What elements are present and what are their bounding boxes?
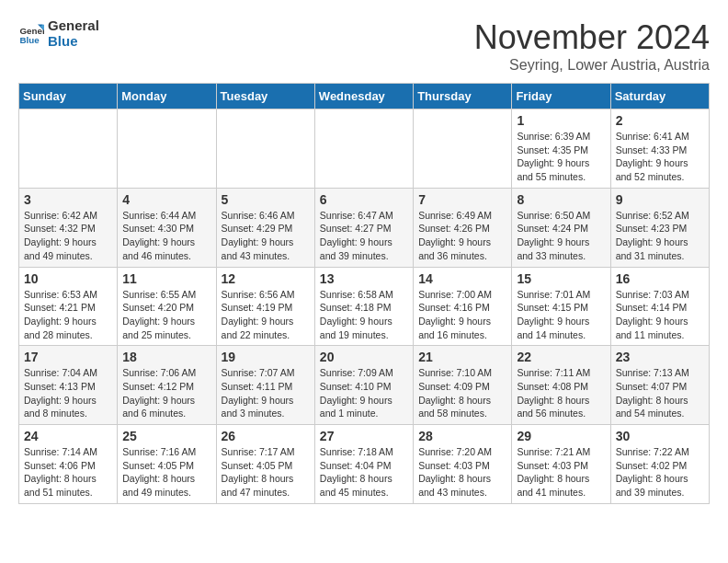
calendar-cell: 1Sunrise: 6:39 AM Sunset: 4:35 PM Daylig… <box>512 109 610 189</box>
page-header: General Blue General Blue November 2024 … <box>18 18 710 74</box>
calendar-cell: 14Sunrise: 7:00 AM Sunset: 4:16 PM Dayli… <box>414 267 512 346</box>
calendar-cell: 26Sunrise: 7:17 AM Sunset: 4:05 PM Dayli… <box>216 425 314 504</box>
calendar-cell: 28Sunrise: 7:20 AM Sunset: 4:03 PM Dayli… <box>414 425 512 504</box>
day-info: Sunrise: 7:13 AM Sunset: 4:07 PM Dayligh… <box>616 366 704 420</box>
calendar-cell: 15Sunrise: 7:01 AM Sunset: 4:15 PM Dayli… <box>512 267 610 346</box>
day-number: 10 <box>24 271 112 286</box>
calendar-body: 1Sunrise: 6:39 AM Sunset: 4:35 PM Daylig… <box>19 109 710 504</box>
calendar-cell: 18Sunrise: 7:06 AM Sunset: 4:12 PM Dayli… <box>118 346 216 425</box>
header-friday: Friday <box>512 84 610 109</box>
day-number: 11 <box>122 271 210 286</box>
day-info: Sunrise: 7:07 AM Sunset: 4:11 PM Dayligh… <box>222 366 310 420</box>
header-thursday: Thursday <box>414 84 512 109</box>
header-monday: Monday <box>118 84 216 109</box>
day-info: Sunrise: 6:42 AM Sunset: 4:32 PM Dayligh… <box>24 209 112 263</box>
day-info: Sunrise: 6:58 AM Sunset: 4:18 PM Dayligh… <box>320 288 408 342</box>
calendar-cell <box>19 109 118 189</box>
day-number: 16 <box>616 271 704 286</box>
calendar-cell <box>314 109 413 189</box>
calendar-cell: 2Sunrise: 6:41 AM Sunset: 4:33 PM Daylig… <box>610 109 709 189</box>
day-info: Sunrise: 7:04 AM Sunset: 4:13 PM Dayligh… <box>24 366 112 420</box>
day-number: 14 <box>418 271 506 286</box>
day-info: Sunrise: 7:21 AM Sunset: 4:03 PM Dayligh… <box>517 445 605 500</box>
month-title: November 2024 <box>474 18 710 57</box>
day-info: Sunrise: 6:41 AM Sunset: 4:33 PM Dayligh… <box>616 130 704 184</box>
day-number: 26 <box>222 429 310 443</box>
calendar-cell: 22Sunrise: 7:11 AM Sunset: 4:08 PM Dayli… <box>512 346 610 425</box>
day-info: Sunrise: 6:55 AM Sunset: 4:20 PM Dayligh… <box>122 288 210 342</box>
calendar-cell: 16Sunrise: 7:03 AM Sunset: 4:14 PM Dayli… <box>610 267 709 346</box>
title-section: November 2024 Seyring, Lower Austria, Au… <box>474 18 710 74</box>
day-info: Sunrise: 7:00 AM Sunset: 4:16 PM Dayligh… <box>418 288 506 342</box>
day-info: Sunrise: 7:16 AM Sunset: 4:05 PM Dayligh… <box>122 445 210 500</box>
calendar-cell: 17Sunrise: 7:04 AM Sunset: 4:13 PM Dayli… <box>19 346 118 425</box>
logo: General Blue General Blue <box>18 18 99 49</box>
day-number: 25 <box>122 429 210 443</box>
day-info: Sunrise: 6:47 AM Sunset: 4:27 PM Dayligh… <box>320 209 408 263</box>
day-number: 21 <box>418 350 506 364</box>
day-info: Sunrise: 7:09 AM Sunset: 4:10 PM Dayligh… <box>320 366 408 420</box>
day-number: 13 <box>320 271 408 286</box>
calendar-cell <box>414 109 512 189</box>
day-info: Sunrise: 6:44 AM Sunset: 4:30 PM Dayligh… <box>122 209 210 263</box>
day-number: 23 <box>616 350 704 364</box>
calendar-cell: 8Sunrise: 6:50 AM Sunset: 4:24 PM Daylig… <box>512 188 610 267</box>
calendar-cell: 29Sunrise: 7:21 AM Sunset: 4:03 PM Dayli… <box>512 425 610 504</box>
calendar-cell: 11Sunrise: 6:55 AM Sunset: 4:20 PM Dayli… <box>118 267 216 346</box>
calendar-cell: 21Sunrise: 7:10 AM Sunset: 4:09 PM Dayli… <box>414 346 512 425</box>
day-number: 3 <box>24 192 112 207</box>
day-info: Sunrise: 6:56 AM Sunset: 4:19 PM Dayligh… <box>222 288 310 342</box>
calendar-cell: 9Sunrise: 6:52 AM Sunset: 4:23 PM Daylig… <box>610 188 709 267</box>
day-number: 2 <box>616 113 704 128</box>
calendar-cell: 25Sunrise: 7:16 AM Sunset: 4:05 PM Dayli… <box>118 425 216 504</box>
day-info: Sunrise: 6:46 AM Sunset: 4:29 PM Dayligh… <box>222 209 310 263</box>
week-row-2: 3Sunrise: 6:42 AM Sunset: 4:32 PM Daylig… <box>19 188 710 267</box>
calendar-cell: 10Sunrise: 6:53 AM Sunset: 4:21 PM Dayli… <box>19 267 118 346</box>
day-number: 30 <box>616 429 704 443</box>
day-number: 28 <box>418 429 506 443</box>
day-info: Sunrise: 7:10 AM Sunset: 4:09 PM Dayligh… <box>418 366 506 420</box>
svg-text:Blue: Blue <box>19 34 40 44</box>
header-saturday: Saturday <box>610 84 709 109</box>
week-row-5: 24Sunrise: 7:14 AM Sunset: 4:06 PM Dayli… <box>19 425 710 504</box>
day-number: 6 <box>320 192 408 207</box>
day-number: 22 <box>517 350 605 364</box>
calendar-cell: 20Sunrise: 7:09 AM Sunset: 4:10 PM Dayli… <box>314 346 413 425</box>
day-number: 1 <box>517 113 605 128</box>
day-info: Sunrise: 6:50 AM Sunset: 4:24 PM Dayligh… <box>517 209 605 263</box>
calendar-cell: 5Sunrise: 6:46 AM Sunset: 4:29 PM Daylig… <box>216 188 314 267</box>
logo-icon: General Blue <box>18 21 44 47</box>
location-subtitle: Seyring, Lower Austria, Austria <box>474 57 710 74</box>
calendar-cell <box>216 109 314 189</box>
calendar-cell: 6Sunrise: 6:47 AM Sunset: 4:27 PM Daylig… <box>314 188 413 267</box>
header-wednesday: Wednesday <box>314 84 413 109</box>
calendar-cell: 24Sunrise: 7:14 AM Sunset: 4:06 PM Dayli… <box>19 425 118 504</box>
day-info: Sunrise: 6:52 AM Sunset: 4:23 PM Dayligh… <box>616 209 704 263</box>
day-info: Sunrise: 7:17 AM Sunset: 4:05 PM Dayligh… <box>222 445 310 500</box>
calendar-table: SundayMondayTuesdayWednesdayThursdayFrid… <box>18 83 710 504</box>
day-number: 17 <box>24 350 112 364</box>
day-number: 12 <box>222 271 310 286</box>
calendar-cell <box>118 109 216 189</box>
day-number: 19 <box>222 350 310 364</box>
day-info: Sunrise: 7:06 AM Sunset: 4:12 PM Dayligh… <box>122 366 210 420</box>
calendar-cell: 13Sunrise: 6:58 AM Sunset: 4:18 PM Dayli… <box>314 267 413 346</box>
logo-general: General <box>48 18 99 34</box>
day-info: Sunrise: 7:18 AM Sunset: 4:04 PM Dayligh… <box>320 445 408 500</box>
calendar-cell: 19Sunrise: 7:07 AM Sunset: 4:11 PM Dayli… <box>216 346 314 425</box>
day-info: Sunrise: 6:49 AM Sunset: 4:26 PM Dayligh… <box>418 209 506 263</box>
day-number: 24 <box>24 429 112 443</box>
day-number: 7 <box>418 192 506 207</box>
header-row: SundayMondayTuesdayWednesdayThursdayFrid… <box>19 84 710 109</box>
day-info: Sunrise: 6:53 AM Sunset: 4:21 PM Dayligh… <box>24 288 112 342</box>
calendar-cell: 27Sunrise: 7:18 AM Sunset: 4:04 PM Dayli… <box>314 425 413 504</box>
week-row-1: 1Sunrise: 6:39 AM Sunset: 4:35 PM Daylig… <box>19 109 710 189</box>
calendar-cell: 7Sunrise: 6:49 AM Sunset: 4:26 PM Daylig… <box>414 188 512 267</box>
logo-blue: Blue <box>48 34 99 50</box>
day-number: 18 <box>122 350 210 364</box>
calendar-cell: 12Sunrise: 6:56 AM Sunset: 4:19 PM Dayli… <box>216 267 314 346</box>
day-info: Sunrise: 7:20 AM Sunset: 4:03 PM Dayligh… <box>418 445 506 500</box>
calendar-cell: 3Sunrise: 6:42 AM Sunset: 4:32 PM Daylig… <box>19 188 118 267</box>
day-info: Sunrise: 7:01 AM Sunset: 4:15 PM Dayligh… <box>517 288 605 342</box>
header-tuesday: Tuesday <box>216 84 314 109</box>
